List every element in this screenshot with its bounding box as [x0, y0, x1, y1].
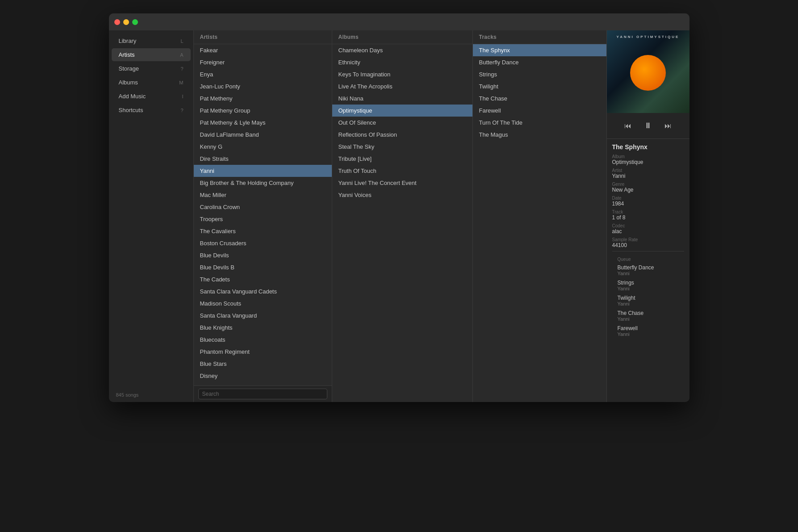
artist-list-item[interactable]: Bluecoats	[194, 334, 332, 346]
track-num-label: Track	[612, 209, 684, 214]
artist-list-item[interactable]: Santa Clara Vanguard	[194, 310, 332, 322]
albums-list[interactable]: Chameleon DaysEthnicityKeys To Imaginati…	[332, 44, 472, 402]
artist-list-item[interactable]: Disney	[194, 370, 332, 382]
artist-list-item[interactable]: Fakear	[194, 44, 332, 56]
rewind-button[interactable]: ⏮	[623, 120, 633, 132]
artist-list-item[interactable]: Madison Scouts	[194, 297, 332, 310]
artist-list-item[interactable]: Yanni	[194, 165, 332, 177]
artist-list-item[interactable]: Mac Miller	[194, 189, 332, 201]
artist-list-item[interactable]: Blue Devils	[194, 249, 332, 261]
album-list-item[interactable]: Truth Of Touch	[332, 165, 472, 177]
sidebar-item-storage[interactable]: Storage ?	[112, 62, 191, 75]
album-list-item[interactable]: Niki Nana	[332, 92, 472, 105]
forward-button[interactable]: ⏭	[663, 120, 673, 132]
artist-list-item[interactable]: Main Street	[194, 382, 332, 385]
album-list-item[interactable]: Optimystique	[332, 105, 472, 117]
close-button[interactable]	[114, 19, 120, 25]
track-list-item[interactable]: The Sphynx	[473, 44, 606, 56]
sidebar-item-artists[interactable]: Artists A	[112, 48, 191, 61]
album-label: Album	[612, 154, 684, 159]
artist-list-item[interactable]: The Cavaliers	[194, 225, 332, 237]
queue-item[interactable]: Twilight Yanni	[618, 295, 679, 306]
date-label: Date	[612, 196, 684, 201]
sidebar-item-library[interactable]: Library L	[112, 34, 191, 47]
sidebar-item-shortcuts[interactable]: Shortcuts ?	[112, 104, 191, 117]
queue-track-artist: Yanni	[618, 316, 679, 322]
artist-list-item[interactable]: Blue Stars	[194, 358, 332, 370]
artist-list-item[interactable]: Enya	[194, 68, 332, 80]
artist-list-item[interactable]: Pat Metheny	[194, 92, 332, 105]
tracks-panel: Tracks The SphynxButterfly DanceStringsT…	[473, 30, 607, 402]
artists-panel: Artists FakearForeignerEnyaJean-Luc Pont…	[194, 30, 332, 402]
queue-item[interactable]: Strings Yanni	[618, 280, 679, 291]
tracks-list[interactable]: The SphynxButterfly DanceStringsTwilight…	[473, 44, 606, 402]
artist-list-item[interactable]: Big Brother & The Holding Company	[194, 177, 332, 189]
genre-meta: Genre New Age	[612, 182, 684, 193]
artist-list-item[interactable]: David LaFlamme Band	[194, 129, 332, 141]
sidebar-item-add-music[interactable]: Add Music I	[112, 90, 191, 103]
queue-track-title: The Chase	[618, 310, 679, 316]
album-list-item[interactable]: Tribute [Live]	[332, 153, 472, 165]
artist-list-item[interactable]: Blue Devils B	[194, 261, 332, 273]
artist-list-item[interactable]: Pat Metheny & Lyle Mays	[194, 117, 332, 129]
track-list-item[interactable]: The Chase	[473, 92, 606, 105]
artist-meta: Artist Yanni	[612, 168, 684, 179]
track-list-item[interactable]: Butterfly Dance	[473, 56, 606, 68]
artists-list[interactable]: FakearForeignerEnyaJean-Luc PontyPat Met…	[194, 44, 332, 385]
album-list-item[interactable]: Yanni Live! The Concert Event	[332, 177, 472, 189]
artist-list-item[interactable]: Blue Knights	[194, 322, 332, 334]
play-pause-button[interactable]: ⏸	[642, 119, 654, 132]
main-area: Library L Artists A Storage ? Albums M A…	[109, 30, 689, 402]
album-list-item[interactable]: Out Of Silence	[332, 117, 472, 129]
artist-list-item[interactable]: Foreigner	[194, 56, 332, 68]
artist-list-item[interactable]: Kenny G	[194, 141, 332, 153]
artist-value: Yanni	[612, 173, 684, 179]
track-list-item[interactable]: Turn Of The Tide	[473, 117, 606, 129]
codec-value: alac	[612, 228, 684, 235]
album-list-item[interactable]: Keys To Imagination	[332, 68, 472, 80]
album-list-item[interactable]: Reflections Of Passion	[332, 129, 472, 141]
artist-list-item[interactable]: Troopers	[194, 213, 332, 225]
artist-list-item[interactable]: Dire Straits	[194, 153, 332, 165]
minimize-button[interactable]	[123, 19, 129, 25]
content-panels: Artists FakearForeignerEnyaJean-Luc Pont…	[194, 30, 689, 402]
artist-list-item[interactable]: Jean-Luc Ponty	[194, 80, 332, 92]
album-list-item[interactable]: Yanni Voices	[332, 189, 472, 201]
album-list-item[interactable]: Live At The Acropolis	[332, 80, 472, 92]
titlebar	[109, 13, 689, 30]
track-list-item[interactable]: Twilight	[473, 80, 606, 92]
queue-item[interactable]: The Chase Yanni	[618, 310, 679, 322]
sample-rate-meta: Sample Rate 44100	[612, 237, 684, 248]
queue-item[interactable]: Butterfly Dance Yanni	[618, 264, 679, 276]
album-art-circle	[630, 55, 666, 91]
artist-list-item[interactable]: The Cadets	[194, 273, 332, 285]
queue-track-artist: Yanni	[618, 271, 679, 276]
genre-value: New Age	[612, 187, 684, 193]
queue-item[interactable]: Farewell Yanni	[618, 325, 679, 337]
artist-list-item[interactable]: Phantom Regiment	[194, 346, 332, 358]
albums-header: Albums	[332, 30, 472, 44]
tracks-header: Tracks	[473, 30, 606, 44]
track-title: The Sphynx	[612, 143, 684, 151]
sidebar-item-albums[interactable]: Albums M	[112, 76, 191, 89]
queue-section: Queue Butterfly Dance YanniStrings Yanni…	[612, 254, 684, 343]
track-list-item[interactable]: Farewell	[473, 105, 606, 117]
album-list-item[interactable]: Ethnicity	[332, 56, 472, 68]
now-playing-panel: YANNI OPTIMYSTIQUE ⏮ ⏸ ⏭ The Sphynx Albu…	[607, 30, 689, 402]
date-value: 1984	[612, 201, 684, 207]
queue-track-title: Farewell	[618, 325, 679, 331]
track-list-item[interactable]: Strings	[473, 68, 606, 80]
track-info: The Sphynx Album Optimystique Artist Yan…	[607, 139, 689, 348]
artist-list-item[interactable]: Carolina Crown	[194, 201, 332, 213]
queue-track-artist: Yanni	[618, 301, 679, 306]
artist-list-item[interactable]: Pat Metheny Group	[194, 105, 332, 117]
queue-track-title: Twilight	[618, 295, 679, 301]
search-input[interactable]	[198, 389, 327, 399]
artist-list-item[interactable]: Santa Clara Vanguard Cadets	[194, 285, 332, 297]
track-list-item[interactable]: The Magus	[473, 129, 606, 141]
maximize-button[interactable]	[132, 19, 138, 25]
album-list-item[interactable]: Steal The Sky	[332, 141, 472, 153]
transport-controls: ⏮ ⏸ ⏭	[607, 113, 689, 139]
artist-list-item[interactable]: Boston Crusaders	[194, 237, 332, 249]
album-list-item[interactable]: Chameleon Days	[332, 44, 472, 56]
